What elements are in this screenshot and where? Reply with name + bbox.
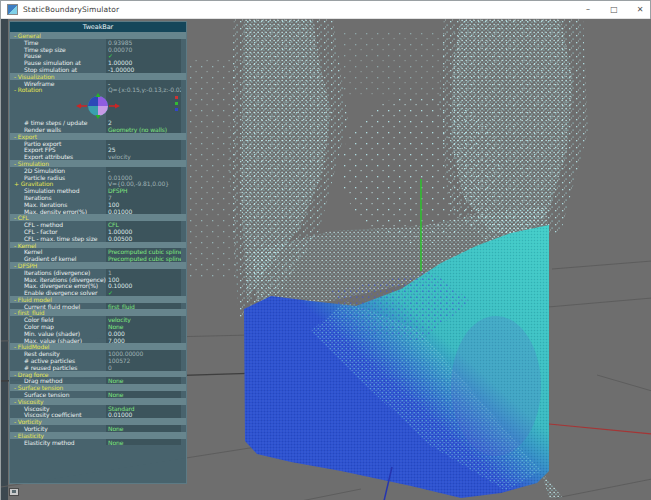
row-value[interactable]: ✓ [106, 52, 181, 59]
tweakbar-section-header[interactable]: - FluidModel [10, 343, 186, 350]
tweakbar-section-header[interactable]: - Fluid model [10, 296, 186, 303]
tweakbar-row[interactable]: Particle radius0.01000 [10, 174, 186, 181]
tweakbar-row[interactable]: Pause✓ [10, 52, 186, 59]
row-value[interactable]: first_fluid [106, 303, 181, 310]
minimize-button[interactable]: – [582, 1, 594, 19]
tweakbar-row[interactable]: Viscosity coefficient0.01000 [10, 411, 186, 418]
tweakbar-section-header[interactable]: - Export [10, 133, 186, 140]
row-value[interactable]: -1.00000 [106, 66, 181, 73]
tweakbar-row[interactable]: Time0.93985 [10, 39, 186, 46]
row-value[interactable]: 1.00000 [106, 59, 181, 66]
tweakbar-section-header[interactable]: - Drag force [10, 371, 186, 378]
tweakbar-row[interactable]: Elasticity methodNone [10, 439, 186, 446]
row-value[interactable]: 1000.00000 [106, 350, 181, 357]
row-value[interactable]: Precomputed cubic spline [106, 248, 181, 255]
row-value[interactable]: 1 [106, 269, 181, 276]
tweakbar-panel[interactable]: TweakBar - GeneralTime0.93985Time step s… [9, 21, 187, 484]
tweakbar-row[interactable]: Stop simulation at-1.00000 [10, 66, 186, 73]
tweakbar-row[interactable]: Max. iterations100 [10, 201, 186, 208]
row-value[interactable]: 1.00000 [106, 228, 181, 235]
row-value[interactable]: 100572 [106, 357, 181, 364]
tweakbar-section-header[interactable]: - Kernel [10, 242, 186, 249]
tweakbar-section-header[interactable]: - Simulation [10, 160, 186, 167]
tweakbar-row[interactable]: Max. divergence error(%)0.10000 [10, 282, 186, 289]
tweakbar-row[interactable]: Gradient of kernelPrecomputed cubic spli… [10, 255, 186, 262]
row-value[interactable]: - [106, 167, 181, 174]
row-value[interactable]: Geometry (no walls) [106, 126, 181, 133]
tweakbar-row[interactable]: ViscosityStandard [10, 405, 186, 412]
tweakbar-row[interactable]: + GravitationV={0.00,-9.81,0.00} [10, 180, 186, 187]
tweakbar-row[interactable]: Export attributesvelocity [10, 153, 186, 160]
tweakbar-row[interactable]: Max. value (shader)7.000 [10, 337, 186, 344]
row-value[interactable]: - [106, 140, 181, 147]
tweakbar-row[interactable]: Surface tensionNone [10, 391, 186, 398]
maximize-button[interactable]: □ [608, 1, 620, 19]
tweakbar-section-header[interactable]: - Surface tension [10, 384, 186, 391]
row-value[interactable]: 2 [106, 119, 181, 126]
row-value[interactable]: None [106, 377, 181, 384]
row-value[interactable]: 0.01000 [106, 411, 181, 418]
tweakbar-row[interactable]: Pause simulation at1.00000 [10, 59, 186, 66]
tweakbar-minimized-icon[interactable] [9, 488, 19, 496]
row-value[interactable]: V={0.00,-9.81,0.00} [106, 180, 181, 187]
tweakbar-section-header[interactable]: - General [10, 32, 186, 39]
row-value[interactable]: 0.93985 [106, 39, 181, 46]
tweakbar-row[interactable]: Enable divergence solver✓ [10, 289, 186, 296]
tweakbar-row[interactable]: Rest density1000.00000 [10, 350, 186, 357]
tweakbar-row[interactable]: # active particles100572 [10, 357, 186, 364]
tweakbar-row[interactable]: Max. density error(%)0.01000 [10, 208, 186, 215]
row-value[interactable]: 7.000 [106, 337, 181, 344]
row-value[interactable]: - [106, 80, 181, 87]
tweakbar-section-header[interactable]: - first_fluid [10, 309, 186, 316]
tweakbar-row[interactable]: 2D Simulation- [10, 167, 186, 174]
tweakbar-section-header[interactable]: - Elasticity [10, 432, 186, 439]
row-value[interactable]: Precomputed cubic spline [106, 255, 181, 262]
tweakbar-row[interactable]: CFL - factor1.00000 [10, 228, 186, 235]
tweakbar-row[interactable]: Drag methodNone [10, 377, 186, 384]
row-value[interactable]: Standard [106, 405, 181, 412]
row-value[interactable]: None [106, 439, 181, 446]
row-value[interactable]: 0.01000 [106, 174, 181, 181]
tweakbar-row[interactable]: Color mapNone [10, 323, 186, 330]
row-value[interactable]: None [106, 323, 181, 330]
tweakbar-row[interactable]: Color fieldvelocity [10, 316, 186, 323]
row-value[interactable]: 7 [106, 194, 181, 201]
row-value[interactable]: velocity [106, 316, 181, 323]
tweakbar-row[interactable]: VorticityNone [10, 425, 186, 432]
tweakbar-row[interactable]: # reused particles0 [10, 364, 186, 371]
tweakbar-section-header[interactable]: - Viscosity [10, 398, 186, 405]
tweakbar-row[interactable]: # time steps / update2 [10, 119, 186, 126]
tweakbar-title[interactable]: TweakBar [10, 22, 186, 32]
row-value[interactable]: ✓ [106, 289, 181, 296]
row-value[interactable]: velocity [106, 153, 181, 160]
close-button[interactable]: ✕ [634, 1, 646, 19]
tweakbar-section-header[interactable]: - CFL [10, 214, 186, 221]
tweakbar-section-header[interactable]: - Visualization [10, 73, 186, 80]
row-value[interactable]: DFSPH [106, 187, 181, 194]
tweakbar-section-header[interactable]: - Vorticity [10, 418, 186, 425]
row-value[interactable]: 25 [106, 146, 181, 153]
tweakbar-row[interactable]: Iterations (divergence)1 [10, 269, 186, 276]
row-value[interactable]: None [106, 425, 181, 432]
window-titlebar[interactable]: StaticBoundarySimulator – □ ✕ [1, 1, 650, 19]
tweakbar-row[interactable]: Simulation methodDFSPH [10, 187, 186, 194]
row-value[interactable]: 0.00500 [106, 235, 181, 242]
tweakbar-row[interactable]: Partio export- [10, 140, 186, 147]
row-value[interactable]: 100 [106, 276, 181, 283]
row-value[interactable]: 0.000 [106, 330, 181, 337]
tweakbar-row[interactable]: Render wallsGeometry (no walls) [10, 126, 186, 133]
tweakbar-section-header[interactable]: - DFSPH [10, 262, 186, 269]
tweakbar-row[interactable]: Iterations7 [10, 194, 186, 201]
tweakbar-row[interactable]: Export FPS25 [10, 146, 186, 153]
tweakbar-row[interactable]: Time step size0.00070 [10, 46, 186, 53]
arcball-sphere-icon[interactable] [70, 93, 126, 119]
tweakbar-row[interactable]: CFL - max. time step size0.00500 [10, 235, 186, 242]
rotation-arcball-widget[interactable] [10, 93, 186, 119]
tweakbar-row[interactable]: KernelPrecomputed cubic spline [10, 248, 186, 255]
tweakbar-row[interactable]: Min. value (shader)0.000 [10, 330, 186, 337]
tweakbar-row[interactable]: Max. iterations (divergence)100 [10, 276, 186, 283]
tweakbar-row[interactable]: Wireframe- [10, 80, 186, 87]
row-value[interactable]: 100 [106, 201, 181, 208]
row-value[interactable]: 0.01000 [106, 208, 181, 215]
row-value[interactable]: 0 [106, 364, 181, 371]
